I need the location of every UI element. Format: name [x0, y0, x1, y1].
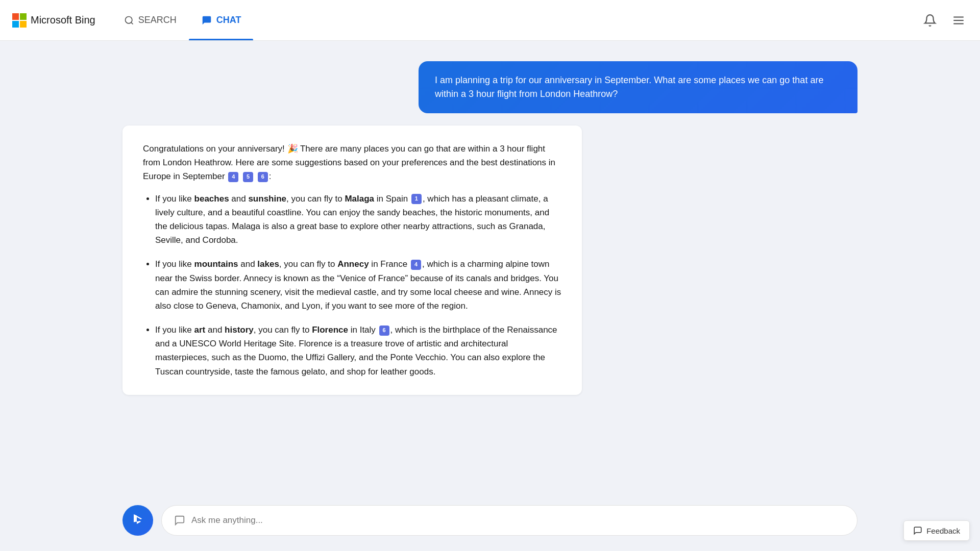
search-icon: [124, 15, 134, 26]
svg-line-1: [131, 22, 133, 24]
input-chat-icon: [174, 515, 185, 526]
header: Microsoft Bing SEARCH CHAT: [0, 0, 980, 41]
input-area: [0, 495, 980, 551]
chat-area: I am planning a trip for our anniversary…: [0, 61, 980, 495]
feedback-label: Feedback: [926, 527, 960, 535]
list-item: If you like beaches and sunshine, you ca…: [155, 192, 561, 247]
notifications-icon[interactable]: [921, 11, 939, 30]
suggestions-list: If you like beaches and sunshine, you ca…: [143, 192, 561, 379]
main-content: I am planning a trip for our anniversary…: [0, 41, 980, 551]
list-item: If you like mountains and lakes, you can…: [155, 257, 561, 313]
list-item: If you like art and history, you can fly…: [155, 323, 561, 379]
citation-4[interactable]: 4: [228, 172, 238, 182]
feedback-button[interactable]: Feedback: [903, 520, 970, 541]
nav-search[interactable]: SEARCH: [112, 0, 189, 40]
bing-orb-button[interactable]: [122, 505, 153, 536]
user-message-bubble: I am planning a trip for our anniversary…: [419, 61, 857, 113]
citation-5[interactable]: 5: [243, 172, 253, 182]
brand-name: Microsoft Bing: [31, 14, 95, 26]
ai-response-card: Congratulations on your anniversary! 🎉 T…: [122, 126, 582, 395]
chat-icon: [201, 15, 212, 26]
chat-input[interactable]: [191, 515, 845, 525]
nav-bar: SEARCH CHAT: [112, 0, 254, 40]
svg-point-0: [125, 16, 132, 23]
citation-6[interactable]: 6: [258, 172, 268, 182]
microsoft-logo-icon: [12, 13, 27, 28]
citation-1[interactable]: 1: [411, 194, 422, 204]
feedback-icon: [913, 526, 922, 535]
nav-chat[interactable]: CHAT: [189, 0, 254, 40]
logo-area[interactable]: Microsoft Bing: [12, 13, 95, 28]
header-right: [921, 11, 968, 30]
citation-4b[interactable]: 4: [411, 260, 421, 270]
menu-icon[interactable]: [949, 11, 968, 30]
citation-6b[interactable]: 6: [379, 325, 389, 336]
bing-orb-icon: [130, 512, 146, 529]
chat-input-container[interactable]: [161, 505, 857, 536]
ai-intro-text: Congratulations on your anniversary! 🎉 T…: [143, 144, 555, 181]
